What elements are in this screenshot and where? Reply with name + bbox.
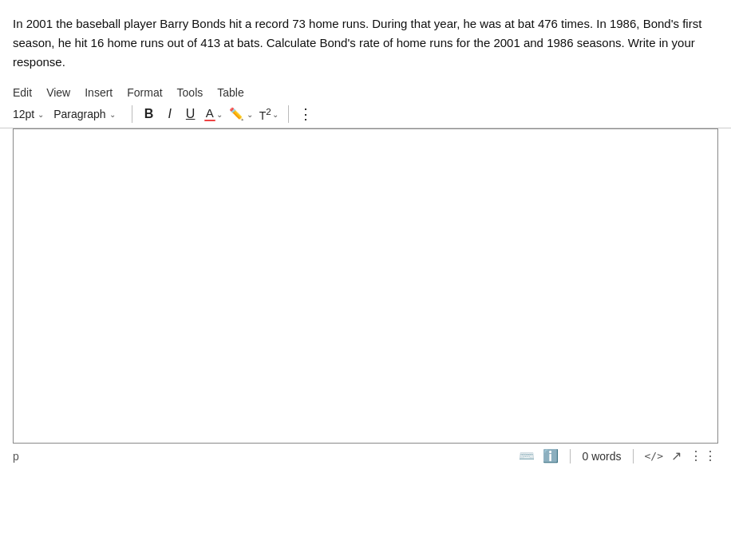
word-count-label: 0 words [582, 450, 621, 463]
menu-bar: Edit View Insert Format Tools Table [0, 81, 731, 101]
info-icon[interactable]: ℹ️ [543, 448, 559, 463]
font-size-selector[interactable]: 12pt ⌄ [13, 108, 44, 120]
more-options-button[interactable]: ⋮ [295, 104, 317, 124]
formatting-toolbar: 12pt ⌄ Paragraph ⌄ B I U A ⌄ ✏️ ⌄ T2 ⌄ ⋮ [0, 101, 731, 128]
underline-button[interactable]: U [180, 104, 201, 124]
paragraph-style-chevron: ⌄ [109, 110, 116, 119]
highlight-color-button[interactable]: ✏️ ⌄ [226, 104, 256, 124]
toolbar-divider-1 [132, 105, 132, 123]
status-right-section: ⌨️ ℹ️ 0 words </> ↗ ⋮⋮ [519, 448, 718, 463]
font-size-chevron: ⌄ [38, 110, 44, 119]
question-paragraph: In 2001 the baseball player Barry Bonds … [13, 17, 701, 69]
editor-input[interactable] [14, 129, 717, 440]
word-count-divider [570, 449, 571, 463]
status-bar: p ⌨️ ℹ️ 0 words </> ↗ ⋮⋮ [0, 444, 731, 468]
word-count-divider-2 [633, 449, 634, 463]
paragraph-tag-label: p [13, 450, 37, 463]
editor-area [13, 128, 718, 444]
question-text: In 2001 the baseball player Barry Bonds … [0, 0, 731, 81]
menu-tools[interactable]: Tools [177, 86, 203, 99]
expand-icon[interactable]: ↗ [671, 448, 682, 463]
menu-format[interactable]: Format [127, 86, 162, 99]
toolbar-divider-2 [288, 105, 289, 123]
paragraph-style-selector[interactable]: Paragraph ⌄ [53, 108, 115, 120]
code-tag-button[interactable]: </> [645, 450, 663, 462]
italic-button[interactable]: I [160, 104, 180, 124]
font-size-value: 12pt [13, 108, 34, 120]
bold-button[interactable]: B [139, 104, 160, 124]
text-format-button[interactable]: T2 ⌄ [256, 104, 282, 124]
menu-insert[interactable]: Insert [85, 86, 113, 99]
paragraph-style-value: Paragraph [53, 108, 105, 120]
more-status-button[interactable]: ⋮⋮ [690, 448, 718, 463]
keyboard-icon[interactable]: ⌨️ [519, 448, 535, 463]
menu-table[interactable]: Table [217, 86, 243, 99]
font-color-button[interactable]: A ⌄ [201, 104, 226, 124]
menu-view[interactable]: View [46, 86, 70, 99]
menu-edit[interactable]: Edit [13, 86, 32, 99]
